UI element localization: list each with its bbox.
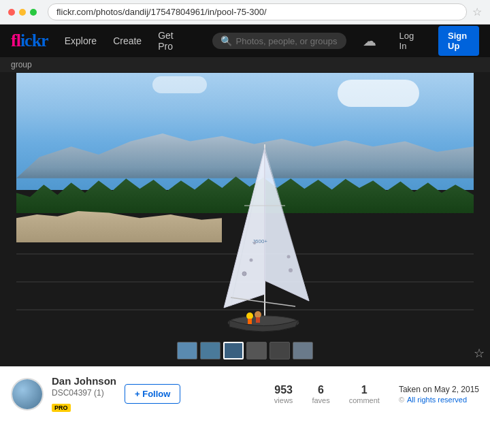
faves-stat: 6 faves [312,384,329,404]
thumbnail-4[interactable] [246,342,267,359]
svg-marker-1 [224,148,265,308]
breadcrumb-text: group [11,60,32,69]
taken-label: Taken on May 2, 2015 [399,385,479,394]
upload-icon[interactable]: ☁ [363,33,376,49]
breadcrumb: group [0,57,490,72]
bookmark-icon[interactable]: ☆ [472,5,482,18]
avatar[interactable] [11,378,44,411]
views-label: views [274,396,293,404]
user-info: Dan Johnson DSC04397 (1) PRO [52,375,116,413]
thumbnail-5[interactable] [270,342,290,359]
browser-url[interactable]: flickr.com/photos/dandij/17547804961/in/… [48,3,467,20]
svg-point-16 [289,268,293,272]
cloud-1 [338,80,419,107]
follow-button[interactable]: + Follow [125,384,180,404]
sailboat: J600+ [190,138,340,355]
main-photo: J600+ [16,73,474,366]
signup-button[interactable]: Sign Up [438,26,479,56]
info-bar: Dan Johnson DSC04397 (1) PRO + Follow 95… [0,366,490,421]
photo-title: DSC04397 (1) [52,388,116,398]
flickr-logo: flickr [11,31,48,51]
svg-rect-11 [256,317,260,323]
svg-point-10 [255,311,261,318]
svg-point-15 [253,242,256,244]
stats-section: 953 views 6 faves 1 comment Taken on May… [274,384,479,404]
thumb-strip-wrapper [0,335,490,366]
comments-count: 1 [349,384,380,396]
comments-label: comment [349,396,380,404]
search-box[interactable]: 🔍 [212,33,346,49]
rights-section: © All rights reserved [399,396,479,404]
photo-container: J600+ ☆ [0,72,490,366]
search-icon: 🔍 [220,35,232,46]
thumbnail-strip [0,335,490,366]
copyright-icon: © [399,396,404,404]
create-link[interactable]: Create [113,35,142,46]
svg-point-14 [250,258,253,261]
sailboat-svg: J600+ [190,138,340,355]
photo-star-icon[interactable]: ☆ [474,346,485,361]
navbar: flickr Explore Create Get Pro 🔍 ☁ Log In… [0,25,490,57]
views-stat: 953 views [274,384,293,404]
browser-bar: flickr.com/photos/dandij/17547804961/in/… [0,0,490,25]
svg-rect-9 [248,319,252,324]
thumbnail-1[interactable] [177,342,197,359]
svg-point-17 [287,255,291,258]
cloud-2 [152,76,207,93]
login-button[interactable]: Log In [393,27,423,55]
svg-point-8 [246,313,253,319]
explore-link[interactable]: Explore [65,35,97,46]
svg-point-13 [242,272,246,276]
thumbnail-3[interactable] [223,342,244,359]
views-count: 953 [274,384,293,396]
thumbnail-6[interactable] [293,342,313,359]
comments-stat: 1 comment [349,384,380,404]
user-name[interactable]: Dan Johnson [52,375,116,387]
faves-label: faves [312,396,329,404]
get-pro-link[interactable]: Get Pro [158,30,179,52]
thumbnail-2[interactable] [200,342,220,359]
pro-badge: PRO [52,404,71,412]
rights-link[interactable]: All rights reserved [407,396,467,404]
faves-count: 6 [312,384,329,396]
avatar-image [12,379,42,409]
metadata-section: Taken on May 2, 2015 © All rights reserv… [399,385,479,404]
search-input[interactable] [236,36,338,46]
